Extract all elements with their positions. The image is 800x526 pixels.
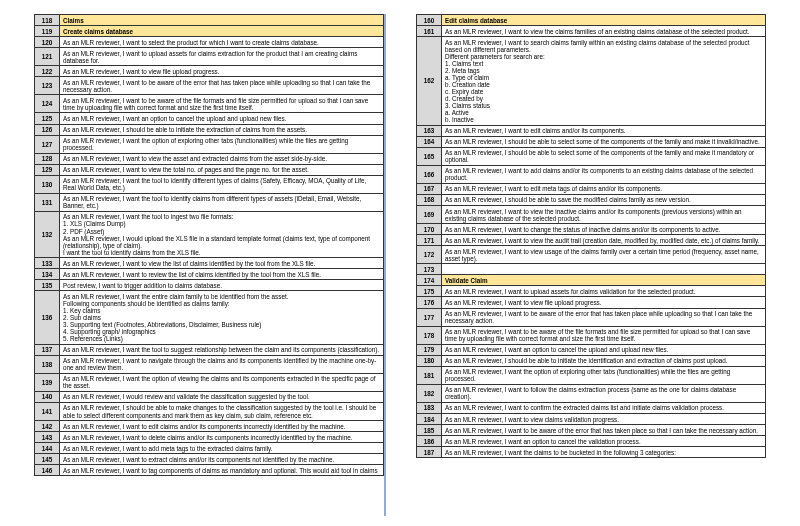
row-number: 185: [417, 425, 442, 436]
row-number: 172: [417, 246, 442, 264]
row-body: As an MLR reviewer, I want to be aware o…: [60, 77, 384, 95]
row-number: 124: [35, 95, 60, 113]
row-number: 130: [35, 175, 60, 193]
row-body: As an MLR reviewer, I want an option to …: [442, 344, 766, 355]
row-body: As an MLR reviewer, I want the claims to…: [442, 447, 766, 458]
row-number: 181: [417, 366, 442, 384]
row-number: 141: [35, 402, 60, 420]
row-number: 169: [417, 206, 442, 224]
row-body: As an MLR reviewer, I want to review the…: [60, 269, 384, 280]
row-number: 187: [417, 447, 442, 458]
row-number: 138: [35, 355, 60, 373]
row-number: 118: [35, 15, 60, 26]
row-number: 166: [417, 165, 442, 183]
row-body: Claims: [60, 15, 384, 26]
row-body: As an MLR reviewer, I want to add claims…: [442, 165, 766, 183]
row-body: As an MLR reviewer, I should be able to …: [442, 136, 766, 147]
row-number: 136: [35, 291, 60, 344]
row-body: As an MLR reviewer, I want to extract cl…: [60, 454, 384, 465]
row-body: Validate Claim: [442, 275, 766, 286]
row-body: As an MLR reviewer, I want to edit meta …: [442, 183, 766, 194]
row-number: 175: [417, 286, 442, 297]
row-number: 167: [417, 183, 442, 194]
row-body: As an MLR reviewer, I want to edit claim…: [60, 421, 384, 432]
row-body: As an MLR reviewer, I want to upload ass…: [60, 48, 384, 66]
row-number: 146: [35, 465, 60, 476]
row-number: 133: [35, 258, 60, 269]
row-number: 186: [417, 436, 442, 447]
row-body: As an MLR reviewer, I want to delete cla…: [60, 432, 384, 443]
row-number: 178: [417, 326, 442, 344]
row-number: 132: [35, 211, 60, 257]
row-body: As an MLR reviewer, I want an option to …: [442, 436, 766, 447]
row-number: 137: [35, 344, 60, 355]
row-body: As an MLR reviewer, I want the option of…: [60, 135, 384, 153]
row-number: 170: [417, 224, 442, 235]
row-number: 163: [417, 125, 442, 136]
row-body: Edit claims database: [442, 15, 766, 26]
row-number: 145: [35, 454, 60, 465]
row-number: 144: [35, 443, 60, 454]
row-body: As an MLR reviewer, I should be able to …: [442, 147, 766, 165]
row-body: Post review, I want to trigger addition …: [60, 280, 384, 291]
row-body: As an MLR reviewer, I want the option of…: [442, 366, 766, 384]
row-body: As an MLR reviewer, I want the tool to i…: [60, 211, 384, 257]
row-number: 134: [35, 269, 60, 280]
row-number: 165: [417, 147, 442, 165]
row-body: As an MLR reviewer, I want to view usage…: [442, 246, 766, 264]
row-number: 164: [417, 136, 442, 147]
row-body: As an MLR reviewer, I want to upload ass…: [442, 286, 766, 297]
row-body: Create claims database: [60, 26, 384, 37]
row-body: As an MLR reviewer, I want to be aware o…: [442, 326, 766, 344]
row-body: As an MLR reviewer, I want to edit claim…: [442, 125, 766, 136]
row-body: As an MLR reviewer, I want to view the a…: [442, 235, 766, 246]
row-number: 180: [417, 355, 442, 366]
row-body: [442, 264, 766, 275]
row-body: As an MLR reviewer, I want to view file …: [442, 297, 766, 308]
page: 118Claims119Create claims database120As …: [0, 0, 800, 526]
row-number: 176: [417, 297, 442, 308]
row-body: As an MLR reviewer, I want to add meta t…: [60, 443, 384, 454]
row-body: As an MLR reviewer, I want to navigate t…: [60, 355, 384, 373]
right-table: 160Edit claims database161As an MLR revi…: [416, 14, 766, 458]
row-body: As an MLR reviewer, I want to view file …: [60, 66, 384, 77]
row-number: 168: [417, 194, 442, 205]
row-number: 119: [35, 26, 60, 37]
row-body: As an MLR reviewer, I want to tag compon…: [60, 465, 384, 476]
row-number: 128: [35, 153, 60, 164]
row-number: 120: [35, 37, 60, 48]
row-body: As an MLR reviewer, I want to view the a…: [60, 153, 384, 164]
row-number: 142: [35, 421, 60, 432]
row-number: 131: [35, 193, 60, 211]
row-body: As an MLR reviewer, I want to be aware o…: [442, 425, 766, 436]
left-table: 118Claims119Create claims database120As …: [34, 14, 384, 476]
row-number: 143: [35, 432, 60, 443]
row-number: 173: [417, 264, 442, 275]
row-number: 161: [417, 26, 442, 37]
row-number: 121: [35, 48, 60, 66]
row-body: As an MLR reviewer, I want the option of…: [60, 373, 384, 391]
row-number: 177: [417, 308, 442, 326]
row-body: As an MLR reviewer, I should be able to …: [442, 355, 766, 366]
row-number: 174: [417, 275, 442, 286]
row-number: 129: [35, 164, 60, 175]
row-number: 122: [35, 66, 60, 77]
row-body: As an MLR reviewer, I should be able to …: [442, 194, 766, 205]
row-number: 140: [35, 391, 60, 402]
row-body: As an MLR reviewer, I want to search cla…: [442, 37, 766, 126]
row-body: As an MLR reviewer, I should be able to …: [60, 402, 384, 420]
row-body: As an MLR reviewer, I want to follow the…: [442, 384, 766, 402]
row-body: As an MLR reviewer, I want to view the t…: [60, 164, 384, 175]
row-body: As an MLR reviewer, I want to change the…: [442, 224, 766, 235]
row-number: 183: [417, 402, 442, 413]
row-body: As an MLR reviewer, I would review and v…: [60, 391, 384, 402]
row-number: 184: [417, 414, 442, 425]
row-body: As an MLR reviewer, I should be able to …: [60, 124, 384, 135]
row-number: 160: [417, 15, 442, 26]
row-body: As an MLR reviewer, I want to view the l…: [60, 258, 384, 269]
row-number: 135: [35, 280, 60, 291]
row-body: As an MLR reviewer, I want the tool to s…: [60, 344, 384, 355]
row-body: As an MLR reviewer, I want to select the…: [60, 37, 384, 48]
row-number: 123: [35, 77, 60, 95]
row-number: 126: [35, 124, 60, 135]
